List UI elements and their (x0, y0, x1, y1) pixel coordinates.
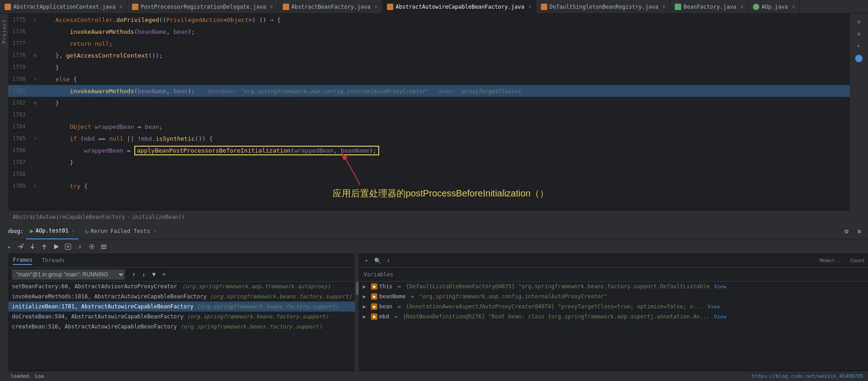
java-file-icon (132, 4, 138, 10)
code-line-1778: 1778 ◎ }, getAccessControlContext()); (8, 49, 850, 61)
variable-mbd[interactable]: ▶ ● mbd = {RootBeanDefinition@5276} "Roo… (359, 312, 868, 322)
var-search-button[interactable]: 🔍 (373, 256, 382, 265)
settings-icon[interactable]: ⚙ (854, 17, 863, 26)
code-line-1782: 1782 ◎ } (8, 97, 850, 109)
count-label: Count (850, 258, 865, 264)
tab-abstract-application-context[interactable]: AbstractApplicationContext.java × (0, 0, 127, 14)
session-close-icon[interactable]: × (72, 228, 75, 233)
expand-icon[interactable]: ▶ (363, 283, 369, 290)
tab-close-icon[interactable]: × (375, 4, 377, 9)
code-line-1775: 1775 ▽ AccessController.doPrivileged((Pr… (8, 14, 850, 26)
var-add-button[interactable]: + (362, 256, 371, 265)
java-file-icon (283, 4, 289, 10)
fold-arrow[interactable]: ▽ (34, 184, 37, 189)
tab-default-singleton[interactable]: DefaultSingletonBeanRegistry.java × (536, 0, 670, 14)
rerun-icon: ↻ (85, 228, 89, 235)
debug-panel: Debug: ▶ AOp.test01 × ↻ Rerun Failed Tes… (0, 223, 868, 381)
java-file-icon (387, 4, 393, 10)
tab-close-icon[interactable]: × (529, 4, 531, 9)
fold-arrow[interactable]: ▽ (34, 77, 37, 82)
editor-area: 1775 ▽ AccessController.doPrivileged((Pr… (8, 14, 850, 219)
frames-panel: Frames Threads "main"@1 in group "main":… (8, 254, 355, 381)
var-filter-button[interactable]: ⬇ (384, 256, 393, 265)
frames-list: setBeanFactory:60, AbstractAdvisorAutoPr… (8, 281, 355, 381)
variables-panel: + 🔍 ⬇ Memor... Count Variables ▶ ● this … (359, 254, 868, 381)
java-file-icon (541, 4, 547, 10)
step-over-button[interactable] (16, 242, 26, 252)
code-line-1786: 1786 wrappedBean = applyBeanPostProcesso… (8, 144, 850, 156)
frames-threads-tabs: Frames Threads (8, 254, 355, 268)
tab-close-icon[interactable]: × (792, 4, 795, 9)
frame-item-set-bean-factory[interactable]: setBeanFactory:60, AbstractAdvisorAutoPr… (8, 281, 355, 291)
trace-current-button[interactable] (87, 242, 97, 252)
tab-close-icon[interactable]: × (741, 4, 743, 9)
force-step-into-button[interactable]: ⚡ (75, 242, 85, 252)
type-badge: ● (371, 303, 377, 310)
more-options-button[interactable] (99, 242, 109, 252)
code-lines: 1775 ▽ AccessController.doPrivileged((Pr… (8, 14, 850, 192)
add-frame-button[interactable]: + (159, 270, 169, 279)
session-close-icon[interactable]: × (154, 228, 157, 233)
variable-bean-name[interactable]: ▶ ● beanName = "org.springframework.aop.… (359, 291, 868, 302)
evaluate-button[interactable] (63, 242, 73, 252)
structure-icon[interactable]: ≡ (854, 29, 863, 38)
frames-tab[interactable]: Frames (13, 257, 32, 265)
step-into-button[interactable] (27, 242, 37, 252)
code-line-1780: 1780 ▽ else { (8, 73, 850, 85)
code-line-1781: 1781 invokeAwareMethods(beanName, bean);… (8, 85, 850, 97)
svg-rect-5 (101, 246, 106, 247)
code-line-1787: 1787 } (8, 156, 850, 168)
tab-bean-factory[interactable]: BeanFactory.java × (670, 0, 748, 14)
tab-abstract-autowire-capable[interactable]: AbstractAutowireCapableBeanFactory.java … (382, 0, 536, 14)
down-frame-button[interactable]: ↓ (139, 270, 148, 279)
up-frame-button[interactable]: ↑ (129, 270, 138, 279)
debug-settings-button[interactable]: ⚙ (842, 226, 852, 236)
svg-rect-6 (101, 248, 106, 249)
code-line-1777: 1777 return null; (8, 37, 850, 49)
tab-close-icon[interactable]: × (662, 4, 665, 9)
filter-button[interactable]: ▼ (149, 270, 159, 279)
variable-this[interactable]: ▶ ● this = {DefaultListableBeanFactory@4… (359, 281, 868, 291)
tab-aop[interactable]: AOp.java × (748, 0, 800, 14)
status-url[interactable]: https://blog.csdn.net/weixin_45480785 (752, 373, 863, 379)
code-line-1788: 1788 (8, 168, 850, 180)
expand-icon[interactable]: ▶ (363, 313, 369, 320)
variables-list: ▶ ● this = {DefaultListableBeanFactory@4… (359, 281, 868, 381)
tab-post-processor[interactable]: PostProcessorRegistrationDelegate.java × (127, 0, 278, 14)
frame-item-create-bean[interactable]: createBean:516, AbstractAutowireCapableB… (8, 322, 355, 332)
tab-close-icon[interactable]: × (120, 4, 122, 9)
step-out-button[interactable] (39, 242, 49, 252)
run-to-cursor-button[interactable] (51, 242, 61, 252)
view-link[interactable]: View (714, 314, 726, 320)
frames-scrollbar[interactable] (355, 254, 359, 381)
variable-bean[interactable]: ▶ ● bean = {AnnotationAwareAspectJAutoPr… (359, 302, 868, 312)
thread-selector[interactable]: "main"@1 in group "main": RUNNING (12, 270, 125, 280)
project-label[interactable]: Project (1, 19, 7, 43)
tab-abstract-bean-factory[interactable]: AbstractBeanFactory.java × (278, 0, 382, 14)
fold-arrow[interactable]: ▽ (34, 136, 37, 141)
frame-item-initialize-bean[interactable]: initializeBean:1781, AbstractAutowireCap… (8, 302, 355, 312)
expand-icon[interactable]: ▶ (363, 293, 369, 300)
debug-session-rerun[interactable]: ↻ Rerun Failed Tests × (81, 223, 160, 239)
view-link[interactable]: View (708, 304, 720, 310)
view-link[interactable]: View (714, 284, 726, 290)
tab-close-icon[interactable]: × (270, 4, 273, 9)
debug-content: ▶ ■ ⏸ ≡ ⚙ ★ Frames Threads "main"@1 in g… (0, 254, 868, 381)
frame-item-do-create-bean[interactable]: doCreateBean:594, AbstractAutowireCapabl… (8, 312, 355, 322)
sidebar-toggle-icon[interactable]: ▸ (854, 41, 863, 50)
fold-arrow[interactable]: ▽ (34, 17, 37, 22)
debug-layout-button[interactable]: ≡ (854, 226, 864, 236)
java-file-icon (5, 4, 11, 10)
frame-item-invoke-aware[interactable]: invokeAwareMethods:1816, AbstractAutowir… (8, 291, 355, 302)
expand-icon[interactable]: ▶ (363, 303, 369, 310)
debug-controls-bar: ▶ ⚡ (0, 239, 868, 254)
highlighted-method-box: applyBeanPostProcessorsBeforeInitializat… (134, 146, 379, 155)
code-line-1784: 1784 Object wrappedBean = bean; (8, 121, 850, 132)
code-line-1785: 1785 ▽ if (mbd == null || !mbd.isSynthet… (8, 132, 850, 144)
breadcrumb-separator: › (127, 214, 130, 220)
bookmark-icon: ◎ (33, 52, 37, 58)
threads-tab[interactable]: Threads (42, 257, 65, 265)
project-sidebar-strip: Project (0, 14, 8, 381)
memory-label: Memor... (820, 258, 844, 264)
debug-session-aop[interactable]: ▶ AOp.test01 × (26, 223, 79, 239)
